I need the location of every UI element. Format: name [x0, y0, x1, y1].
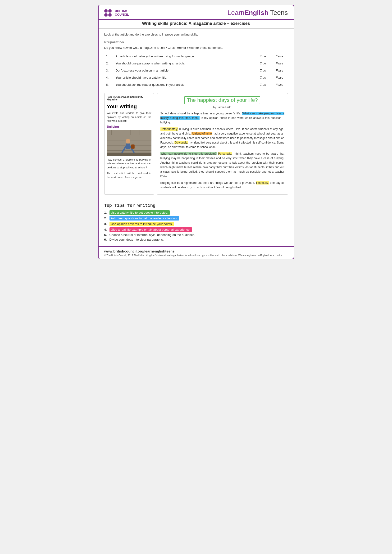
- footer-url: www.britishcouncil.org/learnenglishteens: [104, 249, 288, 253]
- bc-text: BRITISH COUNCIL: [115, 9, 129, 16]
- page-title-section: Writing skills practice: A magazine arti…: [98, 20, 294, 29]
- header: BRITISH COUNCIL LearnEnglish Teens: [98, 5, 294, 20]
- article-para-2: Unfortunately, bullying is quite common …: [161, 127, 284, 150]
- list-item: 2. Ask direct questions to get the reade…: [104, 216, 288, 221]
- item-text: Don't express your opinion in an article…: [114, 67, 255, 74]
- footer: www.britishcouncil.org/learnenglishteens…: [98, 246, 294, 259]
- item-num: 1.: [104, 53, 114, 60]
- table-row: 1. An article should always be written u…: [104, 53, 288, 60]
- svg-rect-11: [126, 143, 130, 149]
- footer-copyright: © The British Council, 2012 The United K…: [104, 254, 288, 257]
- tip-num: 2.: [104, 216, 108, 220]
- teens-label: Teens: [268, 9, 288, 16]
- false-label[interactable]: False: [271, 53, 288, 60]
- svg-point-10: [126, 139, 130, 144]
- tip-text: Choose a neutral or informal style, depe…: [110, 233, 195, 237]
- article-body: School days should be a happy time in a …: [161, 111, 284, 190]
- invite-text: We invite our readers to give their opin…: [107, 111, 151, 123]
- bullying-label: Bullying: [107, 125, 151, 128]
- highlight-yellow-1: Unfortunately,: [161, 127, 178, 131]
- article-para-1: School days should be a happy time in a …: [161, 111, 284, 125]
- item-text: You should use paragraphs when writing a…: [114, 60, 255, 67]
- tip-text: Use opinion adverbs to introduce your po…: [110, 222, 174, 226]
- tip-text: Ask direct questions to get the reader's…: [110, 216, 179, 221]
- tip-num: 5.: [104, 233, 108, 237]
- tips-list: 1. Use a catchy title to get people inte…: [104, 210, 288, 241]
- tips-title: Top Tips for writing: [104, 203, 288, 208]
- bc-logo-line2: COUNCIL: [115, 13, 129, 17]
- learn-english-logo: LearnEnglish Teens: [228, 9, 288, 17]
- learn-label: Learn: [228, 9, 245, 16]
- bc-logo-line1: BRITISH: [115, 9, 129, 13]
- exercise-table: 1. An article should always be written u…: [104, 53, 288, 88]
- svg-rect-15: [107, 152, 151, 156]
- true-label[interactable]: True: [255, 53, 271, 60]
- your-writing-title: Your writing: [107, 104, 151, 110]
- false-label[interactable]: False: [271, 60, 288, 67]
- magazine-article-panel: The happiest days of your life? by Jamie…: [157, 93, 288, 195]
- page-container: BRITISH COUNCIL LearnEnglish Teens Writi…: [98, 5, 294, 259]
- highlight-green-1: What can people do to stop this problem?: [161, 152, 217, 155]
- highlight-orange-1: A friend of mine: [191, 132, 212, 135]
- false-label[interactable]: False: [271, 81, 288, 88]
- intro-text: Look at the article and do the exercises…: [104, 33, 288, 36]
- bc-dot-4: [108, 13, 112, 17]
- bc-dots: [104, 9, 112, 17]
- magazine-left-panel: Page 16 Greenwood Community Magazine You…: [104, 93, 154, 195]
- true-label[interactable]: True: [255, 60, 271, 67]
- english-label: English: [244, 9, 268, 16]
- item-num: 4.: [104, 74, 114, 81]
- prep-instruction: Do you know how to write a magazine arti…: [104, 46, 288, 49]
- article-byline: by Jamie Field: [161, 106, 284, 109]
- tip-num: 4.: [104, 228, 108, 231]
- best-text: The best article will be published in th…: [107, 171, 151, 179]
- highlight-yellow-2: Obviously,: [175, 141, 188, 144]
- bc-dot-2: [108, 9, 112, 13]
- article-title: The happiest days of your life?: [184, 96, 260, 104]
- true-label[interactable]: True: [255, 81, 271, 88]
- magazine-page-num: Page 16 Greenwood Community Magazine: [107, 96, 151, 102]
- item-text: You should ask the reader questions in y…: [114, 81, 255, 88]
- photo-background: [107, 130, 151, 156]
- top-tips-section: Top Tips for writing 1. Use a catchy tit…: [98, 203, 294, 246]
- preparation-title: Preparation: [104, 40, 288, 44]
- list-item: 4. Give a real-life example or talk abou…: [104, 227, 288, 232]
- list-item: 3. Use opinion adverbs to introduce your…: [104, 222, 288, 226]
- list-item: 6. Divide your ideas into clear paragrap…: [104, 238, 288, 241]
- item-text: An article should always be written usin…: [114, 53, 255, 60]
- tip-num: 1.: [104, 211, 108, 214]
- tip-text: Give a real-life example or talk about p…: [110, 227, 192, 232]
- list-item: 5. Choose a neutral or informal style, d…: [104, 233, 288, 237]
- tip-num: 6.: [104, 238, 108, 241]
- question-text: How serious a problem is bullying in sch…: [107, 158, 151, 170]
- magazine-section: Page 16 Greenwood Community Magazine You…: [104, 93, 288, 195]
- table-row: 4. Your article should have a catchy tit…: [104, 74, 288, 81]
- photo-svg: [107, 130, 151, 156]
- item-num: 5.: [104, 81, 114, 88]
- table-row: 5. You should ask the reader questions i…: [104, 81, 288, 88]
- item-text: Your article should have a catchy title.: [114, 74, 255, 81]
- table-row: 2. You should use paragraphs when writin…: [104, 60, 288, 67]
- bc-dot-1: [104, 9, 108, 13]
- highlight-yellow-4: Hopefully,: [256, 181, 269, 185]
- false-label[interactable]: False: [271, 67, 288, 74]
- false-label[interactable]: False: [271, 74, 288, 81]
- svg-rect-14: [131, 144, 134, 148]
- bullying-photo: [107, 130, 151, 156]
- table-row: 3. Don't express your opinion in an arti…: [104, 67, 288, 74]
- item-num: 3.: [104, 67, 114, 74]
- page-title: Writing skills practice: A magazine arti…: [104, 21, 288, 26]
- tip-text: Use a catchy title to get people interes…: [110, 210, 170, 215]
- true-label[interactable]: True: [255, 74, 271, 81]
- article-para-3: What can people do to stop this problem?…: [161, 152, 284, 179]
- main-content: Look at the article and do the exercises…: [98, 29, 294, 203]
- list-item: 1. Use a catchy title to get people inte…: [104, 210, 288, 215]
- article-para-4: Bullying can be a nightmare but there ar…: [161, 181, 284, 190]
- bc-dot-3: [104, 13, 108, 17]
- tip-num: 3.: [104, 222, 108, 226]
- true-label[interactable]: True: [255, 67, 271, 74]
- highlight-yellow-3: Personally,: [218, 152, 232, 155]
- bc-logo: BRITISH COUNCIL: [104, 9, 129, 16]
- tip-text: Divide your ideas into clear paragraphs.: [110, 238, 164, 241]
- highlight-blue-1: What can make people's lives a misery du…: [161, 112, 284, 120]
